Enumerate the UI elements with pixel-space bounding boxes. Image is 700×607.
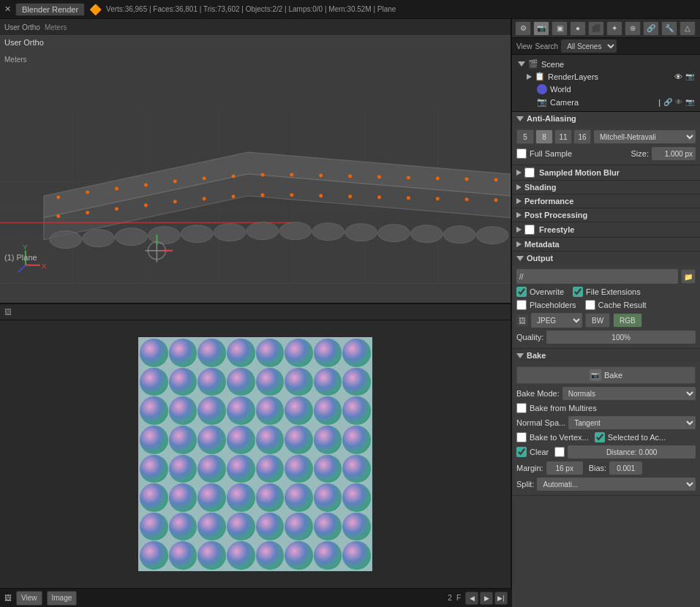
quality-row: Quality: (516, 329, 696, 345)
cam-render-icon: 📷 (685, 98, 694, 106)
scene-item-renderlayers[interactable]: 📋 RenderLayers 👁 📷 (515, 70, 697, 83)
scene-item-camera[interactable]: 📷 Camera | 🔗 👁 📷 (515, 96, 697, 108)
close-icon[interactable]: ✕ (4, 4, 11, 14)
split-select[interactable]: Automati... (537, 478, 696, 491)
particles-tab[interactable]: ✦ (606, 21, 622, 36)
physics-tab[interactable]: ⊛ (625, 21, 641, 36)
output-folder-btn[interactable]: 📁 (681, 269, 696, 284)
freestyle-enable-check[interactable] (524, 225, 535, 235)
viewport-3d[interactable]: User Ortho Meters (0, 19, 511, 304)
clear-check[interactable] (516, 447, 527, 457)
performance-header[interactable]: Performance (512, 195, 700, 208)
aa-5[interactable]: 5 (516, 129, 534, 144)
svg-point-47 (116, 228, 148, 246)
aa-16[interactable]: 16 (573, 129, 591, 144)
sphere-cell (256, 455, 285, 483)
bake-from-multires-check[interactable] (516, 403, 527, 413)
margin-input[interactable] (546, 461, 583, 475)
normal-space-select[interactable]: Tangent (568, 416, 696, 429)
aa-8[interactable]: 8 (535, 129, 553, 144)
bias-label: Bias: (589, 464, 606, 472)
bake-to-vertex-check[interactable] (516, 432, 527, 442)
format-select[interactable]: JPEG (531, 313, 582, 328)
selected-to-ac-check[interactable] (595, 432, 605, 442)
svg-point-42 (465, 197, 469, 201)
scene-tab[interactable]: ⚙ (515, 21, 531, 36)
sphere-cell (140, 541, 168, 570)
post-processing-section: Post Processing (512, 208, 700, 222)
svg-point-26 (465, 177, 469, 181)
file-ext-check[interactable] (573, 287, 583, 297)
shading-header[interactable]: Shading (512, 181, 700, 194)
smb-enable-check[interactable] (524, 167, 535, 178)
status-type-icon: 🖼 (4, 594, 12, 602)
play-btn[interactable]: ▶ (480, 592, 493, 605)
overwrite-check[interactable] (516, 287, 527, 297)
scene-item-scene[interactable]: 🎬 Scene (515, 58, 697, 70)
metadata-header[interactable]: Metadata (512, 238, 700, 251)
aa-filter-select[interactable]: Mitchell-Netravali (594, 130, 696, 143)
bw-btn[interactable]: BW (585, 313, 610, 328)
all-scenes-select[interactable]: All Scenes (561, 39, 617, 53)
viewport-scene[interactable]: X Y User Ortho Meters (1) Plane (0, 35, 511, 284)
render-tab[interactable]: 📷 (533, 21, 549, 36)
material-tab[interactable]: ● (570, 21, 586, 36)
search-label: Search (535, 42, 559, 50)
viewport-mode-overlay: User Ortho (4, 38, 44, 47)
prev-frame-btn[interactable]: ◀ (465, 592, 478, 605)
bake-button[interactable]: 📷 Bake (516, 366, 696, 384)
bottom-view-btn[interactable]: View (16, 591, 42, 606)
next-frame-btn[interactable]: ▶| (494, 592, 508, 605)
svg-point-52 (279, 222, 312, 240)
placeholders-check[interactable] (516, 300, 527, 310)
cache-check[interactable] (585, 300, 595, 310)
data-tab[interactable]: △ (680, 21, 696, 36)
quality-input[interactable] (546, 331, 696, 344)
rgb-btn[interactable]: RGB (613, 313, 642, 328)
margin-row: Margin: Bias: (516, 460, 696, 476)
full-sample-check[interactable] (516, 148, 527, 159)
bake-to-vertex-row: Bake to Vertex... Selected to Ac... (516, 431, 696, 444)
pp-header[interactable]: Post Processing (512, 208, 700, 222)
performance-label: Performance (524, 197, 573, 206)
svg-point-49 (181, 225, 213, 243)
output-path-input[interactable] (516, 269, 678, 284)
bake-header[interactable]: Bake (512, 349, 700, 362)
texture-tab[interactable]: ⬛ (588, 21, 604, 36)
cache-label: Cache Result (598, 301, 647, 309)
aa-11[interactable]: 11 (554, 129, 572, 144)
bake-from-multires-row: Bake from Multires (516, 401, 696, 415)
svg-point-20 (290, 173, 293, 176)
constraints-tab[interactable]: 🔗 (643, 21, 659, 36)
freestyle-header[interactable]: Freestyle (512, 222, 700, 237)
size-input[interactable] (652, 147, 696, 160)
distance-check[interactable] (554, 447, 565, 457)
sphere-cell (285, 513, 313, 541)
modifiers-tab[interactable]: 🔧 (661, 21, 677, 36)
scene-item-world[interactable]: World (515, 83, 697, 96)
object-tab[interactable]: ▣ (552, 21, 568, 36)
svg-point-39 (377, 195, 381, 199)
svg-point-15 (144, 183, 148, 186)
anti-aliasing-header[interactable]: Anti-Aliasing (512, 112, 700, 125)
svg-point-31 (144, 203, 148, 207)
output-header[interactable]: Output (512, 252, 700, 265)
sphere-cell (256, 339, 285, 367)
bake-mode-row: Bake Mode: Normals (516, 385, 696, 401)
props-header: ⚙ 📷 ▣ ● ⬛ ✦ ⊛ 🔗 🔧 △ (512, 19, 700, 38)
render-engine-selector[interactable]: Blender Render (15, 3, 85, 16)
image-editor[interactable]: 🖼 (0, 304, 511, 607)
bake-mode-select[interactable]: Normals (562, 387, 696, 400)
margin-label: Margin: (516, 464, 543, 472)
freestyle-label: Freestyle (539, 225, 574, 234)
quality-label: Quality: (516, 333, 543, 342)
sphere-cell (342, 541, 371, 570)
bias-input[interactable] (609, 461, 642, 475)
smb-header[interactable]: Sampled Motion Blur (512, 165, 700, 180)
svg-point-25 (436, 176, 440, 180)
distance-input[interactable] (568, 445, 696, 459)
scene-label: Scene (541, 60, 564, 69)
split-row: Split: Automati... (516, 476, 696, 492)
bottom-image-btn[interactable]: Image (47, 591, 78, 606)
pp-expand-icon (516, 212, 522, 218)
